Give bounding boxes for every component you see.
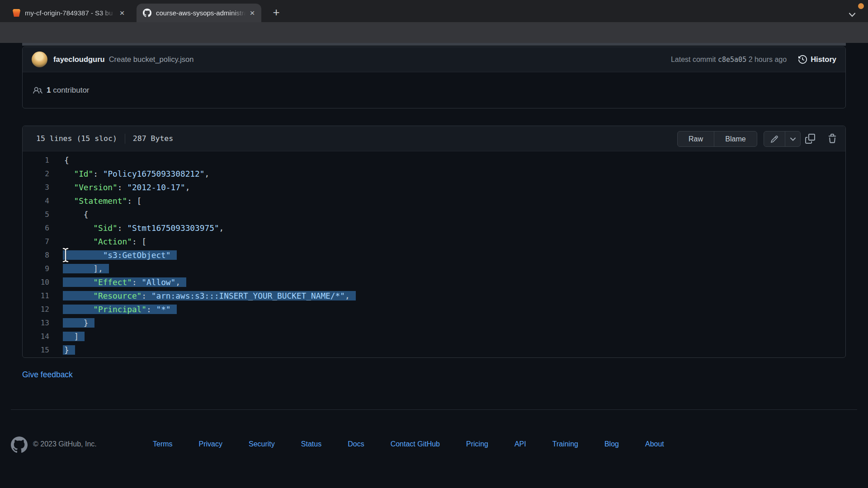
- code-line[interactable]: 11 "Resource": "arn:aws:s3:::INSERT_YOUR…: [23, 289, 845, 303]
- tab-close-icon[interactable]: ×: [118, 9, 127, 18]
- line-content: {: [49, 208, 89, 221]
- line-number[interactable]: 6: [23, 221, 49, 235]
- footer-link[interactable]: Pricing: [466, 440, 488, 448]
- line-number[interactable]: 7: [23, 235, 49, 249]
- code-line[interactable]: 1{: [23, 154, 845, 167]
- commit-message-link[interactable]: Create bucket_policy.json: [109, 55, 194, 64]
- footer-link[interactable]: Docs: [348, 440, 364, 448]
- copy-button[interactable]: [805, 134, 815, 144]
- history-clock-icon: [798, 55, 807, 64]
- line-content: "Id": "Policy1675093308212",: [49, 167, 209, 181]
- line-content: ],: [49, 262, 109, 276]
- line-number[interactable]: 1: [23, 154, 49, 167]
- code-line[interactable]: 14 ]: [23, 330, 845, 343]
- line-content: "Effect": "Allow",: [49, 276, 186, 289]
- file-box: 15 lines (15 sloc) 287 Bytes Raw Blame 1…: [22, 126, 846, 358]
- line-number[interactable]: 11: [23, 289, 49, 303]
- selected-text: }: [64, 345, 75, 355]
- delete-button[interactable]: [827, 134, 837, 144]
- line-content: "Sid": "Stmt1675093303975",: [49, 221, 224, 235]
- footer-link[interactable]: Terms: [153, 440, 173, 448]
- commit-author-avatar[interactable]: [32, 52, 47, 67]
- code-line[interactable]: 10 "Effect": "Allow",: [23, 276, 845, 289]
- file-size-meta: 287 Bytes: [133, 134, 173, 143]
- footer-link[interactable]: Privacy: [199, 440, 222, 448]
- selected-text: }: [64, 318, 94, 328]
- line-number[interactable]: 3: [23, 181, 49, 194]
- history-button[interactable]: History: [798, 55, 836, 64]
- github-icon: [143, 9, 151, 17]
- commit-box: fayecloudguru Create bucket_policy.json …: [22, 47, 846, 108]
- selected-text: "Principal": "*": [64, 305, 177, 314]
- footer-link[interactable]: About: [645, 440, 664, 448]
- code-line[interactable]: 13 }: [23, 316, 845, 330]
- footer-link[interactable]: Contact GitHub: [391, 440, 440, 448]
- line-content: }: [49, 316, 94, 330]
- tab-search-chevron-icon[interactable]: [848, 12, 856, 18]
- line-number[interactable]: 12: [23, 303, 49, 316]
- view-button-group: Raw Blame: [677, 131, 757, 147]
- line-content: "Principal": "*": [49, 303, 177, 316]
- selected-text: ],: [64, 264, 109, 273]
- code-line[interactable]: 3 "Version": "2012-10-17",: [23, 181, 845, 194]
- code-line[interactable]: 8 "s3:GetObject": [23, 249, 845, 262]
- tab-close-icon[interactable]: ×: [248, 9, 257, 18]
- footer: © 2023 GitHub, Inc. TermsPrivacySecurity…: [11, 436, 857, 454]
- people-icon: [33, 86, 42, 95]
- line-number[interactable]: 5: [23, 208, 49, 221]
- line-number[interactable]: 2: [23, 167, 49, 181]
- line-number[interactable]: 15: [23, 343, 49, 357]
- tab-title: my-cf-origin-7849387 - S3 bu: [25, 9, 118, 17]
- latest-commit-label: Latest commit: [671, 56, 716, 63]
- code-line[interactable]: 2 "Id": "Policy1675093308212",: [23, 167, 845, 181]
- footer-copyright: © 2023 GitHub, Inc.: [33, 440, 97, 448]
- code-line[interactable]: 4 "Statement": [: [23, 194, 845, 208]
- browser-tab-github[interactable]: course-aws-sysops-administra ×: [137, 4, 261, 22]
- code-line[interactable]: 15}: [23, 343, 845, 357]
- github-page: fayecloudguru Create bucket_policy.json …: [0, 43, 868, 488]
- give-feedback-link[interactable]: Give feedback: [22, 370, 73, 380]
- line-number[interactable]: 14: [23, 330, 49, 343]
- selected-text: "s3:GetObject": [64, 250, 177, 260]
- contributors-count[interactable]: 1: [47, 86, 51, 94]
- line-content: ]: [49, 330, 85, 343]
- edit-pencil-button[interactable]: [764, 131, 785, 146]
- line-number[interactable]: 10: [23, 276, 49, 289]
- chevron-down-icon: [790, 137, 796, 141]
- code-lines: 1{2 "Id": "Policy1675093308212",3 "Versi…: [23, 152, 845, 357]
- footer-divider: [11, 409, 857, 410]
- footer-link[interactable]: Blog: [604, 440, 619, 448]
- recording-indicator-dot: [858, 3, 864, 9]
- line-content: "Resource": "arn:aws:s3:::INSERT_YOUR_BU…: [49, 289, 356, 303]
- code-line[interactable]: 6 "Sid": "Stmt1675093303975",: [23, 221, 845, 235]
- raw-button[interactable]: Raw: [678, 131, 714, 146]
- scrolled-header-edge: [22, 43, 846, 46]
- commit-sha-link[interactable]: c8e5a05: [718, 56, 746, 64]
- footer-link[interactable]: Status: [301, 440, 321, 448]
- line-number[interactable]: 8: [23, 249, 49, 262]
- github-footer-logo-icon[interactable]: [11, 436, 28, 453]
- latest-commit-meta: Latest commit c8e5a05 2 hours ago: [671, 56, 787, 64]
- blame-button[interactable]: Blame: [714, 131, 757, 146]
- contributors-row: 1 contributor: [23, 72, 845, 108]
- footer-link[interactable]: Security: [249, 440, 275, 448]
- footer-link[interactable]: Training: [552, 440, 578, 448]
- contributors-label[interactable]: contributor: [53, 86, 89, 94]
- new-tab-button[interactable]: +: [269, 6, 283, 19]
- browser-tab-s3[interactable]: my-cf-origin-7849387 - S3 bu ×: [6, 4, 131, 22]
- history-label: History: [811, 55, 836, 64]
- browser-toolbar: github.com/ACloudGuru-Resources/course-a…: [0, 22, 868, 43]
- code-line[interactable]: 5 {: [23, 208, 845, 221]
- line-number[interactable]: 4: [23, 194, 49, 208]
- code-line[interactable]: 9 ],: [23, 262, 845, 276]
- footer-link[interactable]: API: [514, 440, 526, 448]
- commit-author-link[interactable]: fayecloudguru: [53, 55, 105, 64]
- file-header: 15 lines (15 sloc) 287 Bytes Raw Blame: [23, 126, 845, 151]
- line-number[interactable]: 13: [23, 316, 49, 330]
- code-line[interactable]: 7 "Action": [: [23, 235, 845, 249]
- mouse-ibeam-cursor: [62, 248, 69, 263]
- code-line[interactable]: 12 "Principal": "*": [23, 303, 845, 316]
- edit-dropdown-button[interactable]: [785, 131, 800, 146]
- line-number[interactable]: 9: [23, 262, 49, 276]
- line-content: "Version": "2012-10-17",: [49, 181, 190, 194]
